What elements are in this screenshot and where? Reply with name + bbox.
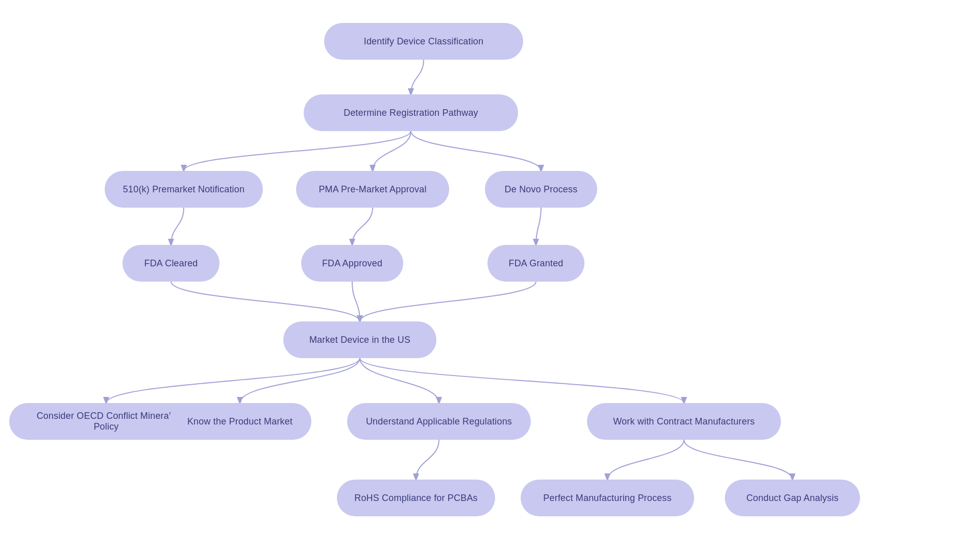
node-pma[interactable]: PMA Pre-Market Approval [296, 171, 449, 208]
node-knowmarket[interactable]: Know the Product Market [168, 403, 311, 440]
node-fdagranted[interactable]: FDA Granted [487, 245, 584, 282]
node-fdaapproved[interactable]: FDA Approved [301, 245, 403, 282]
node-fiveten[interactable]: 510(k) Premarket Notification [105, 171, 263, 208]
node-identify[interactable]: Identify Device Classification [324, 23, 523, 60]
node-perfect[interactable]: Perfect Manufacturing Process [521, 480, 694, 516]
flowchart-diagram: Identify Device ClassificationDetermine … [0, 0, 980, 551]
node-conduct[interactable]: Conduct Gap Analysis [725, 480, 860, 516]
node-workwith[interactable]: Work with Contract Manufacturers [587, 403, 781, 440]
node-fdacleared[interactable]: FDA Cleared [122, 245, 219, 282]
node-denovo[interactable]: De Novo Process [485, 171, 597, 208]
node-understand[interactable]: Understand Applicable Regulations [347, 403, 531, 440]
node-determine[interactable]: Determine Registration Pathway [304, 94, 518, 131]
node-market[interactable]: Market Device in the US [283, 321, 436, 358]
node-rohs[interactable]: RoHS Compliance for PCBAs [337, 480, 495, 516]
